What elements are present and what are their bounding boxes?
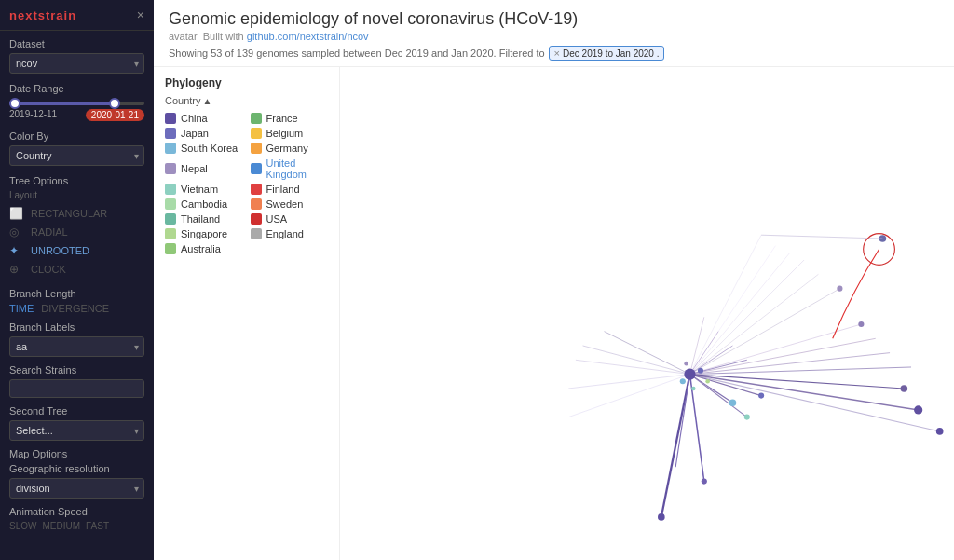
legend-color-swatch	[251, 143, 262, 154]
legend-item: Thailand	[165, 212, 243, 225]
dataset-select[interactable]: ncov	[9, 53, 144, 74]
color-by-section: Color By Country	[0, 127, 154, 170]
clock-icon: ⊕	[9, 263, 26, 276]
branch-labels-select[interactable]: aa	[9, 336, 144, 357]
legend-item: France	[251, 112, 329, 125]
legend-country-name: Belgium	[266, 128, 304, 139]
svg-point-29	[936, 428, 944, 435]
animation-section: Animation Speed SLOW MEDIUM FAST	[0, 502, 154, 535]
phylogeny-tree	[340, 67, 954, 560]
second-tree-section: Second Tree Select...	[0, 402, 154, 444]
filter-remove-icon[interactable]: ×	[554, 48, 560, 59]
svg-point-46	[705, 379, 710, 384]
layout-clock[interactable]: ⊕ CLOCK	[9, 260, 144, 279]
layout-radial[interactable]: ◎ RADIAL	[9, 223, 144, 241]
legend-country-name: Germany	[266, 143, 308, 154]
tree-options-title: Tree Options	[9, 175, 144, 186]
legend-country-name: Finland	[266, 184, 300, 195]
search-strains-label: Search Strains	[9, 364, 144, 376]
branch-labels-select-wrapper: aa	[9, 336, 144, 357]
svg-point-41	[684, 369, 695, 380]
legend-color-swatch	[251, 198, 262, 210]
date-labels: 2019-12-11 2020-01-21	[9, 109, 144, 121]
layout-unrooted[interactable]: ✦ UNROOTED	[9, 241, 144, 260]
second-tree-select-wrapper: Select...	[9, 420, 144, 441]
color-by-select-wrapper: Country	[9, 145, 144, 166]
branch-time-button[interactable]: TIME	[9, 303, 34, 314]
svg-point-43	[680, 378, 686, 384]
phylogeny-area: Phylogeny Country ▲ ChinaFranceJapanBelg…	[154, 67, 954, 560]
dataset-label: Dataset	[9, 38, 144, 49]
svg-point-33	[744, 415, 750, 420]
legend-country-name: Thailand	[181, 213, 220, 225]
geo-resolution-select-wrapper: division	[9, 478, 144, 499]
sort-arrow-icon[interactable]: ▲	[203, 96, 212, 106]
legend-country-name[interactable]: United Kingdom	[266, 157, 329, 180]
legend-country-name: France	[266, 113, 298, 124]
layout-rectangular-label: RECTANGULAR	[31, 208, 107, 219]
svg-point-40	[702, 479, 707, 485]
filter-tag-label: Dec 2019 to Jan 2020 .	[563, 48, 659, 59]
layout-radial-label: RADIAL	[31, 226, 68, 238]
legend-color-swatch	[165, 143, 176, 154]
speed-slow-button[interactable]: SLOW	[9, 521, 36, 531]
branch-divergence-button[interactable]: DIVERGENCE	[41, 303, 109, 314]
svg-point-32	[729, 399, 737, 406]
date-range-slider[interactable]	[9, 102, 144, 105]
legend-item: Cambodia	[165, 198, 243, 211]
date-end: 2020-01-21	[86, 109, 144, 121]
search-strains-input[interactable]	[9, 379, 144, 398]
unrooted-icon: ✦	[9, 244, 26, 257]
svg-point-34	[758, 393, 764, 399]
layout-rectangular[interactable]: ⬜ RECTANGULAR	[9, 204, 144, 223]
legend-country-name: Nepal	[181, 163, 208, 174]
speed-fast-button[interactable]: FAST	[86, 521, 109, 531]
layout-label: Layout	[9, 190, 144, 200]
color-by-label: Color By	[9, 130, 144, 142]
slider-thumb-right[interactable]	[109, 98, 120, 109]
legend-color-swatch	[251, 184, 262, 195]
legend-country-name: England	[266, 228, 304, 239]
legend-color-swatch	[165, 228, 176, 239]
layout-clock-label: CLOCK	[31, 264, 66, 275]
svg-point-39	[658, 513, 665, 521]
subtitle-link[interactable]: github.com/nextstrain/ncov	[247, 31, 369, 42]
main-content: Genomic epidemiology of novel coronaviru…	[154, 0, 954, 560]
search-strains-section: Search Strains	[0, 361, 154, 402]
legend-color-swatch	[165, 243, 176, 254]
filter-tag[interactable]: × Dec 2019 to Jan 2020 .	[549, 46, 665, 61]
svg-point-36	[858, 321, 864, 327]
map-options-label: Map Options	[9, 448, 144, 459]
main-header: Genomic epidemiology of novel coronaviru…	[154, 0, 954, 67]
legend-panel: Phylogeny Country ▲ ChinaFranceJapanBelg…	[154, 67, 340, 560]
slider-thumb-left[interactable]	[9, 98, 20, 109]
legend-color-swatch	[251, 163, 262, 174]
legend-item: Singapore	[165, 227, 243, 240]
second-tree-select[interactable]: Select...	[9, 420, 144, 441]
legend-item: Australia	[165, 242, 243, 255]
sidebar-header: nextstrain ×	[0, 0, 154, 31]
second-tree-label: Second Tree	[9, 405, 144, 417]
geo-resolution-select[interactable]: division	[9, 478, 144, 499]
legend-item: Nepal	[165, 157, 243, 181]
date-start: 2019-12-11	[9, 109, 57, 121]
legend-item: England	[251, 227, 329, 240]
close-icon[interactable]: ×	[137, 7, 144, 22]
legend-country-name: Vietnam	[181, 184, 218, 195]
branch-length-section: Branch Length TIME DIVERGENCE	[0, 284, 154, 318]
legend-grid: ChinaFranceJapanBelgiumSouth KoreaGerman…	[165, 112, 328, 255]
slider-fill	[9, 102, 117, 105]
legend-country-name: Cambodia	[181, 198, 227, 210]
legend-country-name: Singapore	[181, 228, 227, 239]
speed-row: SLOW MEDIUM FAST	[9, 521, 144, 531]
logo-text: nextstrain	[9, 8, 76, 22]
legend-item: Vietnam	[165, 183, 243, 196]
speed-medium-button[interactable]: MEDIUM	[42, 521, 80, 531]
legend-country-name: USA	[266, 213, 288, 225]
color-by-select[interactable]: Country	[9, 145, 144, 166]
rectangular-icon: ⬜	[9, 207, 26, 220]
legend-item: Sweden	[251, 198, 329, 211]
svg-rect-0	[340, 131, 954, 496]
dataset-section: Dataset ncov	[0, 31, 154, 77]
legend-item: USA	[251, 212, 329, 225]
